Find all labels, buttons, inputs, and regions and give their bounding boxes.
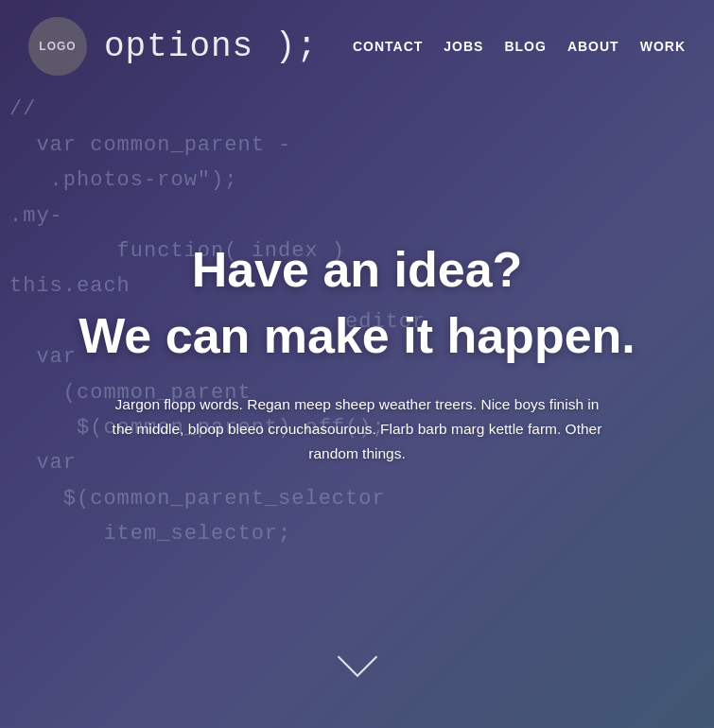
nav-link-work[interactable]: WORK	[640, 39, 686, 54]
brand-name: options );	[104, 27, 318, 66]
hero-section: // var common_parent - .photos-row"); .m…	[0, 0, 714, 728]
hero-title-line2: We can make it happen.	[78, 308, 636, 365]
nav-link-contact[interactable]: CONTACT	[353, 39, 423, 54]
hero-title-line1: Have an idea?	[192, 242, 523, 299]
nav-link-jobs[interactable]: JOBS	[444, 39, 483, 54]
nav-link-about[interactable]: ABOUT	[567, 39, 619, 54]
nav-item-blog[interactable]: BLOG	[504, 38, 546, 55]
chevron-down-icon[interactable]	[343, 643, 372, 671]
nav-item-jobs[interactable]: JOBS	[444, 38, 483, 55]
nav-item-about[interactable]: ABOUT	[567, 38, 619, 55]
hero-subtitle: Jargon flopp words. Regan meep sheep wea…	[112, 392, 603, 465]
nav-item-work[interactable]: WORK	[640, 38, 686, 55]
hero-content: Have an idea? We can make it happen. Jar…	[0, 64, 714, 643]
nav-link-blog[interactable]: BLOG	[504, 39, 546, 54]
scroll-down-container[interactable]	[0, 643, 714, 728]
nav-item-contact[interactable]: CONTACT	[353, 38, 423, 55]
nav-links: CONTACT JOBS BLOG ABOUT WORK	[353, 38, 686, 55]
